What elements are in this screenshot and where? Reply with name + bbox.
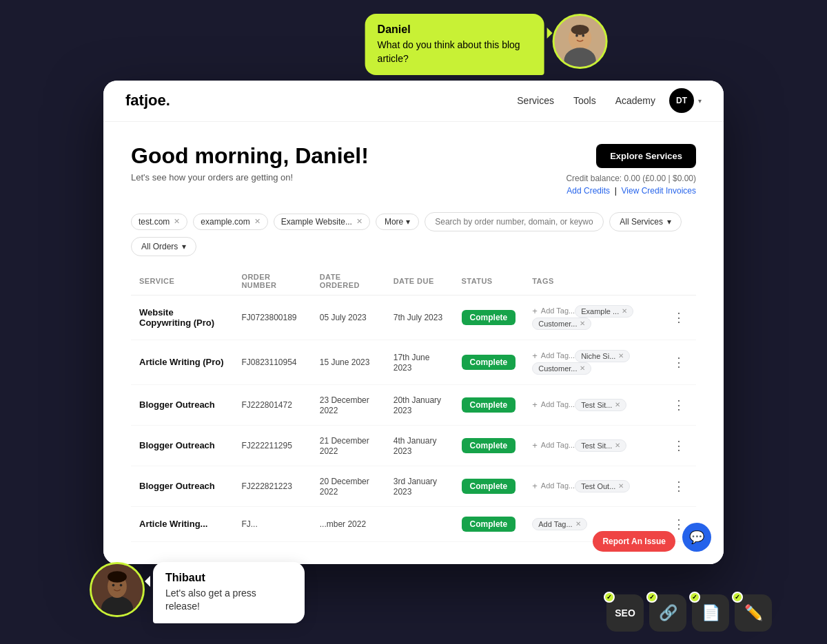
link-check-icon: ✓ <box>646 592 657 603</box>
daniel-name: Daniel <box>378 23 532 36</box>
filter-tag-examplewebsite-label: Example Website... <box>281 217 352 227</box>
table-row: Blogger Outreach FJ222211295 21 December… <box>131 425 696 466</box>
orders-chevron-icon: ▾ <box>182 242 186 251</box>
table-row: Blogger Outreach FJ222821223 20 December… <box>131 466 696 506</box>
table-row: Blogger Outreach FJ222801472 23 December… <box>131 384 696 425</box>
filter-tag-testcom-close[interactable]: ✕ <box>174 217 180 226</box>
thibaut-avatar <box>90 562 145 617</box>
svg-point-12 <box>108 571 127 583</box>
pencil-icon-box[interactable]: ✓ ✏️ <box>735 594 772 632</box>
status-badge: Complete <box>462 355 516 370</box>
daniel-bubble: Daniel What do you think about this blog… <box>365 14 544 75</box>
date-due: 7th July 2023 <box>394 313 442 322</box>
nav-tools[interactable]: Tools <box>573 95 596 106</box>
all-orders-select[interactable]: All Orders ▾ <box>131 237 196 256</box>
add-credits-link[interactable]: Add Credits <box>566 186 610 196</box>
daniel-text: What do you think about this blog articl… <box>378 39 520 64</box>
row-actions-menu[interactable]: ⋮ <box>670 395 688 415</box>
col-actions <box>662 267 696 295</box>
tag-chip[interactable]: Customer...✕ <box>532 318 591 330</box>
navbar: fatjoe. Services Tools Academy DT ▾ <box>103 81 724 122</box>
svg-point-10 <box>112 583 115 586</box>
add-tag-button[interactable]: +Add Tag... <box>532 399 575 410</box>
page-title: Good morning, Daniel! <box>131 144 369 168</box>
service-name: Blogger Outreach <box>139 440 215 450</box>
tag-close-icon[interactable]: ✕ <box>615 442 620 449</box>
tag-close-icon[interactable]: ✕ <box>575 520 581 528</box>
seo-check-icon: ✓ <box>604 592 615 603</box>
row-actions-menu[interactable]: ⋮ <box>670 436 688 455</box>
add-icon: + <box>532 351 538 361</box>
table-row: Article Writing (Pro) FJ0823110954 15 Ju… <box>131 340 696 384</box>
add-icon: + <box>532 399 538 410</box>
tag-close-icon[interactable]: ✕ <box>622 307 627 315</box>
col-service: SERVICE <box>131 267 233 295</box>
svg-point-11 <box>120 583 123 586</box>
tag-chip[interactable]: Add Tag...✕ <box>532 518 586 530</box>
link-icon-box[interactable]: ✓ 🔗 <box>649 594 686 632</box>
col-tags: TAGS <box>524 267 662 295</box>
tag-close-icon[interactable]: ✕ <box>580 364 585 372</box>
chat-bubble-daniel: Daniel What do you think about this blog… <box>365 14 608 75</box>
status-badge: Complete <box>462 397 516 413</box>
main-content: Good morning, Daniel! Let's see how your… <box>103 122 724 564</box>
tag-close-icon[interactable]: ✕ <box>618 352 624 360</box>
view-credit-invoices-link[interactable]: View Credit Invoices <box>622 186 697 196</box>
add-tag-button[interactable]: +Add Tag... <box>532 351 575 361</box>
report-issue-button[interactable]: Report An Issue <box>593 531 675 552</box>
date-due: 3rd January 2023 <box>394 477 437 497</box>
row-actions-menu[interactable]: ⋮ <box>670 477 688 496</box>
row-actions-menu[interactable]: ⋮ <box>670 353 688 372</box>
thibaut-name: Thibaut <box>165 572 292 584</box>
seo-icon-box[interactable]: ✓ SEO <box>606 594 644 632</box>
svg-point-6 <box>571 25 589 35</box>
table-row: Website Copywriting (Pro) FJ0723800189 0… <box>131 295 696 340</box>
tag-chip[interactable]: Test Out...✕ <box>575 480 630 492</box>
nav-services[interactable]: Services <box>517 95 554 106</box>
date-due: 20th January 2023 <box>394 395 441 415</box>
tag-chip[interactable]: Niche Si...✕ <box>575 350 630 362</box>
col-order-number: ORDER NUMBER <box>233 267 311 295</box>
filter-tag-examplewebsite-close[interactable]: ✕ <box>356 217 363 226</box>
order-number: FJ222801472 <box>241 400 292 410</box>
nav-academy[interactable]: Academy <box>615 95 655 106</box>
filter-bar: test.com ✕ example.com ✕ Example Website… <box>131 212 696 256</box>
date-ordered: 23 December 2022 <box>320 395 369 415</box>
avatar-chevron[interactable]: ▾ <box>698 97 702 105</box>
all-services-label: All Services <box>620 217 663 227</box>
service-name: Article Writing... <box>139 519 207 529</box>
order-number: FJ0723800189 <box>241 313 296 322</box>
filter-tag-testcom[interactable]: test.com ✕ <box>131 214 187 230</box>
add-tag-button[interactable]: +Add Tag... <box>532 440 575 450</box>
credit-balance: Credit balance: 0.00 (£0.00 | $0.00) <box>566 174 696 183</box>
add-tag-button[interactable]: +Add Tag... <box>532 306 575 316</box>
explore-services-button[interactable]: Explore Services <box>596 144 696 168</box>
tag-chip[interactable]: Example ...✕ <box>575 305 633 318</box>
tag-close-icon[interactable]: ✕ <box>615 401 620 408</box>
doc-icon-box[interactable]: ✓ 📄 <box>692 594 729 632</box>
tag-chip[interactable]: Test Sit...✕ <box>575 439 626 452</box>
service-name: Website Copywriting (Pro) <box>139 307 214 328</box>
more-filters-button[interactable]: More ▾ <box>376 214 419 230</box>
search-input[interactable] <box>425 212 604 231</box>
row-actions-menu[interactable]: ⋮ <box>670 308 688 327</box>
chat-support-button[interactable]: 💬 <box>682 523 711 552</box>
filter-tag-examplecom-label: example.com <box>201 217 249 227</box>
seo-label: SEO <box>615 607 635 619</box>
filter-tag-examplecom[interactable]: example.com ✕ <box>193 214 267 230</box>
tag-chip[interactable]: Customer...✕ <box>532 362 591 375</box>
tag-chip[interactable]: Test Sit...✕ <box>575 399 626 411</box>
date-due: 4th January 2023 <box>394 436 437 456</box>
doc-icon: 📄 <box>702 604 720 622</box>
thibaut-bubble: Thibaut Let's also get a press release! <box>153 562 305 623</box>
add-icon: + <box>532 440 538 450</box>
filter-tag-examplecom-close[interactable]: ✕ <box>254 217 261 226</box>
add-tag-button[interactable]: +Add Tag... <box>532 481 575 491</box>
all-services-select[interactable]: All Services ▾ <box>609 212 682 231</box>
credit-links: Add Credits | View Credit Invoices <box>566 186 696 196</box>
filter-tag-examplewebsite[interactable]: Example Website... ✕ <box>274 214 370 230</box>
user-avatar[interactable]: DT <box>669 88 694 113</box>
tag-close-icon[interactable]: ✕ <box>618 482 624 490</box>
tag-close-icon[interactable]: ✕ <box>580 320 585 327</box>
daniel-avatar <box>553 14 608 69</box>
